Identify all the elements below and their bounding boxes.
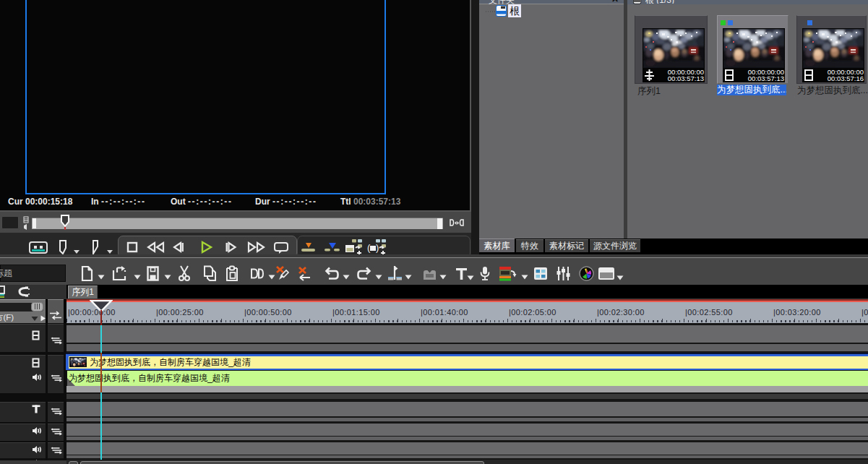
svg-text:): ) <box>376 242 379 253</box>
